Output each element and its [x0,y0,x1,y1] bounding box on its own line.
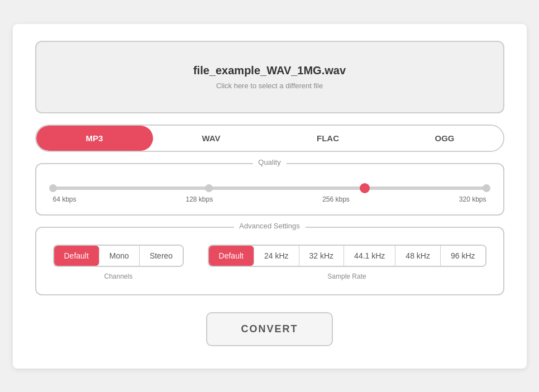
tab-flac[interactable]: FLAC [270,126,387,151]
advanced-section: Advanced Settings Default Mono Stereo Ch… [35,227,504,295]
convert-button[interactable]: CONVERT [206,312,332,346]
rate-32khz[interactable]: 32 kHz [299,246,345,266]
advanced-label: Advanced Settings [233,222,305,230]
slider-dot-320 [483,184,490,192]
tab-wav[interactable]: WAV [153,126,270,151]
tab-mp3[interactable]: MP3 [36,126,153,151]
advanced-content: Default Mono Stereo Channels Default 24 … [53,245,486,280]
rate-24khz[interactable]: 24 kHz [254,246,299,266]
rate-441khz[interactable]: 44.1 kHz [344,246,395,266]
tab-ogg[interactable]: OGG [387,126,503,151]
channels-label: Channels [104,273,132,280]
slider-dot-64 [49,184,57,192]
rate-96khz[interactable]: 96 kHz [441,246,485,266]
slider-thumb[interactable] [360,183,370,193]
file-drop-zone[interactable]: file_example_WAV_1MG.wav Click here to s… [35,41,504,113]
sample-rate-label: Sample Rate [327,273,366,280]
rate-default[interactable]: Default [209,246,254,266]
main-container: file_example_WAV_1MG.wav Click here to s… [13,24,527,369]
sample-rate-buttons: Default 24 kHz 32 kHz 44.1 kHz 48 kHz 96… [208,245,486,267]
channel-default[interactable]: Default [54,246,99,266]
slider-labels: 64 kbps 128 kbps 256 kbps 320 kbps [53,195,486,203]
label-64kbps: 64 kbps [53,195,77,203]
file-name: file_example_WAV_1MG.wav [47,64,492,77]
convert-container: CONVERT [35,307,504,352]
format-tabs: MP3 WAV FLAC OGG [35,125,504,152]
quality-section: Quality 64 kbps 128 kbps 256 kbps 320 kb… [35,163,504,216]
sample-rate-group: Default 24 kHz 32 kHz 44.1 kHz 48 kHz 96… [208,245,486,280]
file-hint: Click here to select a different file [47,82,492,90]
label-320kbps: 320 kbps [459,195,486,203]
channel-mono[interactable]: Mono [99,246,140,266]
slider-track[interactable] [53,187,486,190]
channels-group: Default Mono Stereo Channels [53,245,184,280]
channels-buttons: Default Mono Stereo [53,245,184,267]
rate-48khz[interactable]: 48 kHz [395,246,441,266]
channel-stereo[interactable]: Stereo [140,246,183,266]
quality-label: Quality [252,158,286,166]
label-128kbps: 128 kbps [185,195,213,203]
slider-dot-128 [205,184,213,192]
label-256kbps: 256 kbps [322,195,350,203]
quality-slider-container: 64 kbps 128 kbps 256 kbps 320 kbps [53,187,486,203]
